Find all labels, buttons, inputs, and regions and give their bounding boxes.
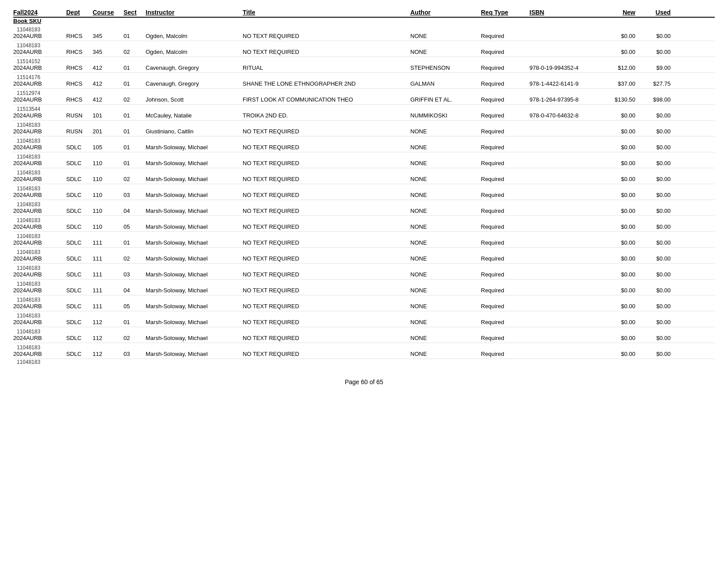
row-author: NONE xyxy=(410,128,481,135)
row-sect: 02 xyxy=(124,96,146,103)
row-title: NO TEXT REQUIRED xyxy=(243,144,410,151)
row-sect: 04 xyxy=(124,208,146,214)
book-sku-label: Book SKU xyxy=(13,18,41,24)
row-new: $0.00 xyxy=(600,319,635,325)
row-term: 2024AURB xyxy=(13,64,66,71)
row-sku: 11514152 xyxy=(13,57,715,64)
row-instructor: Marsh-Soloway, Michael xyxy=(146,303,243,310)
row-reqtype: Required xyxy=(481,319,529,325)
row-term: 2024AURB xyxy=(13,49,66,55)
row-dept: RUSN xyxy=(66,128,93,135)
row-title: SHANE THE LONE ETHNOGRAPHER 2ND xyxy=(243,80,410,87)
row-dept: RHCS xyxy=(66,80,93,87)
row-new: $0.00 xyxy=(600,287,635,294)
row-course: 111 xyxy=(93,287,124,294)
row-used: $0.00 xyxy=(635,176,671,182)
row-dept: RHCS xyxy=(66,64,93,71)
table-row: 110481832024AURBSDLC11004Marsh-Soloway, … xyxy=(13,200,715,216)
row-instructor: Cavenaugh, Gregory xyxy=(146,64,243,71)
row-sku: 11048183 xyxy=(13,327,715,335)
row-reqtype: Required xyxy=(481,287,529,294)
row-dept: SDLC xyxy=(66,144,93,151)
table-row: 110481832024AURBSDLC10501Marsh-Soloway, … xyxy=(13,136,715,152)
row-sku: 11048183 xyxy=(13,311,715,319)
row-dept: SDLC xyxy=(66,255,93,262)
row-new: $0.00 xyxy=(600,176,635,182)
row-instructor: Ogden, Malcolm xyxy=(146,49,243,55)
row-used: $0.00 xyxy=(635,255,671,262)
row-sect: 03 xyxy=(124,192,146,198)
row-main: 2024AURBRHCS34502Ogden, MalcolmNO TEXT R… xyxy=(13,49,715,57)
row-term: 2024AURB xyxy=(13,239,66,246)
row-title: NO TEXT REQUIRED xyxy=(243,271,410,278)
row-course: 112 xyxy=(93,351,124,357)
row-sku: 11048183 xyxy=(13,295,715,303)
row-instructor: Marsh-Soloway, Michael xyxy=(146,208,243,214)
row-main: 2024AURBRUSN20101Giustiniano, CaitlinNO … xyxy=(13,128,715,136)
header-used: Used xyxy=(635,9,671,16)
row-used: $27.75 xyxy=(635,80,671,87)
header-dept: Dept xyxy=(66,9,93,16)
header-course: Course xyxy=(93,9,124,16)
row-sku: 11048183 xyxy=(13,136,715,144)
row-dept: RHCS xyxy=(66,96,93,103)
row-new: $0.00 xyxy=(600,335,635,341)
row-course: 345 xyxy=(93,49,124,55)
row-author: NONE xyxy=(410,335,481,341)
table-row: 110481832024AURBSDLC11102Marsh-Soloway, … xyxy=(13,248,715,264)
row-dept: RHCS xyxy=(66,33,93,39)
row-main: 2024AURBRHCS41201Cavenaugh, GregorySHANE… xyxy=(13,80,715,88)
row-author: NONE xyxy=(410,192,481,198)
row-sect: 01 xyxy=(124,128,146,135)
row-term: 2024AURB xyxy=(13,128,66,135)
row-course: 105 xyxy=(93,144,124,151)
row-title: NO TEXT REQUIRED xyxy=(243,255,410,262)
row-reqtype: Required xyxy=(481,208,529,214)
row-dept: SDLC xyxy=(66,160,93,166)
row-title: RITUAL xyxy=(243,64,410,71)
row-title: NO TEXT REQUIRED xyxy=(243,239,410,246)
row-new: $0.00 xyxy=(600,351,635,357)
row-title: NO TEXT REQUIRED xyxy=(243,223,410,230)
row-course: 110 xyxy=(93,192,124,198)
row-sect: 03 xyxy=(124,351,146,357)
row-reqtype: Required xyxy=(481,239,529,246)
row-term: 2024AURB xyxy=(13,208,66,214)
row-author: NONE xyxy=(410,176,481,182)
row-course: 111 xyxy=(93,271,124,278)
row-course: 111 xyxy=(93,255,124,262)
row-course: 110 xyxy=(93,208,124,214)
row-dept: SDLC xyxy=(66,239,93,246)
row-reqtype: Required xyxy=(481,223,529,230)
header-author: Author xyxy=(410,9,481,16)
row-main: 2024AURBSDLC11002Marsh-Soloway, MichaelN… xyxy=(13,176,715,184)
header-new: New xyxy=(600,9,635,16)
row-author: NONE xyxy=(410,287,481,294)
row-term: 2024AURB xyxy=(13,112,66,119)
row-main: 2024AURBRHCS41201Cavenaugh, GregoryRITUA… xyxy=(13,64,715,72)
row-sku: 11048183 xyxy=(13,121,715,128)
row-term: 2024AURB xyxy=(13,335,66,341)
row-main: 2024AURBSDLC11005Marsh-Soloway, MichaelN… xyxy=(13,223,715,231)
table-row: 110481832024AURBSDLC11005Marsh-Soloway, … xyxy=(13,216,715,232)
row-used: $0.00 xyxy=(635,208,671,214)
row-sect: 02 xyxy=(124,49,146,55)
row-title: NO TEXT REQUIRED xyxy=(243,319,410,325)
row-sku: 11048183 xyxy=(13,41,715,49)
row-main: 2024AURBSDLC11103Marsh-Soloway, MichaelN… xyxy=(13,271,715,279)
row-new: $0.00 xyxy=(600,192,635,198)
row-new: $0.00 xyxy=(600,112,635,119)
row-term: 2024AURB xyxy=(13,319,66,325)
row-used: $0.00 xyxy=(635,128,671,135)
row-reqtype: Required xyxy=(481,160,529,166)
row-course: 111 xyxy=(93,239,124,246)
row-used: $0.00 xyxy=(635,223,671,230)
row-main: 2024AURBSDLC11202Marsh-Soloway, MichaelN… xyxy=(13,335,715,343)
row-reqtype: Required xyxy=(481,192,529,198)
row-instructor: McCauley, Natalie xyxy=(146,112,243,119)
table-row: 110481832024AURBSDLC11201Marsh-Soloway, … xyxy=(13,311,715,327)
row-dept: RHCS xyxy=(66,49,93,55)
row-author: NONE xyxy=(410,160,481,166)
row-author: NONE xyxy=(410,144,481,151)
row-title: NO TEXT REQUIRED xyxy=(243,303,410,310)
